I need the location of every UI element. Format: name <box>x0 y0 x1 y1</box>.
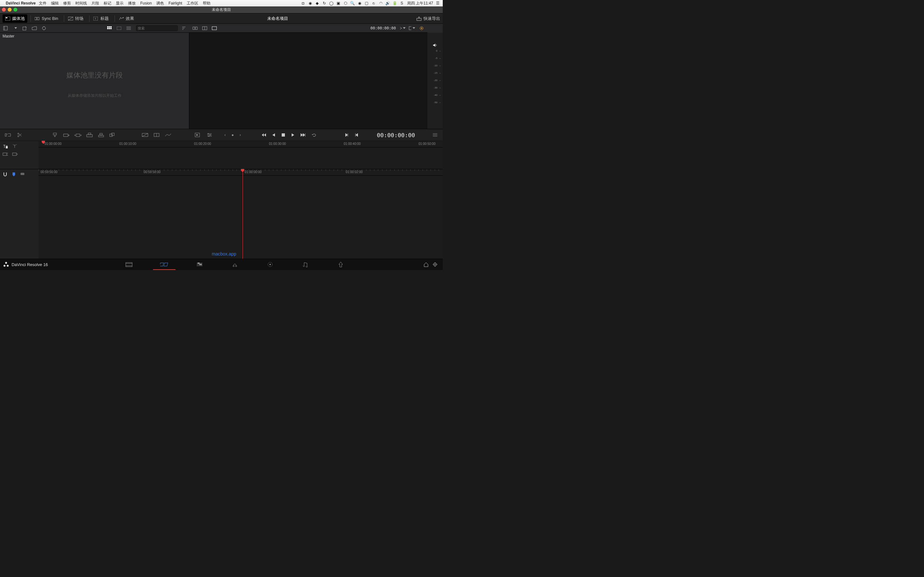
thumbnail-view-button[interactable] <box>106 25 113 31</box>
status-list-icon[interactable]: ☰ <box>435 1 440 6</box>
free-playhead-icon[interactable]: T <box>12 143 18 149</box>
prev-edit-icon[interactable] <box>355 133 359 137</box>
list-view-button[interactable] <box>125 25 132 31</box>
menubar-clock[interactable]: 周四 上午11:47 <box>407 1 433 6</box>
upper-playhead[interactable] <box>43 141 44 169</box>
speaker-icon[interactable] <box>433 43 438 47</box>
timeline-menu-icon[interactable] <box>432 132 438 138</box>
scissors-icon[interactable] <box>16 132 23 138</box>
page-fusion[interactable] <box>217 259 252 270</box>
loop-icon[interactable] <box>312 133 317 137</box>
status-bluetooth-icon[interactable]: ⎋ <box>371 1 376 6</box>
menu-playback[interactable]: 播放 <box>128 1 136 6</box>
menu-edit[interactable]: 编辑 <box>51 1 59 6</box>
menu-view[interactable]: 显示 <box>116 1 124 6</box>
page-deliver[interactable] <box>323 259 359 270</box>
smart-insert-icon[interactable]: z <box>5 132 11 138</box>
status-wifi-icon[interactable]: ◠ <box>378 1 383 6</box>
quick-export-button[interactable]: 快速导出 <box>417 16 440 21</box>
step-back-icon[interactable] <box>272 133 276 137</box>
guide-dropdown[interactable] <box>409 25 415 31</box>
go-start-icon[interactable] <box>261 133 266 137</box>
smooth-cut-icon[interactable] <box>165 132 172 138</box>
menu-help[interactable]: 帮助 <box>203 1 210 6</box>
lock-playhead-icon[interactable]: T <box>3 143 8 149</box>
lower-playhead[interactable] <box>242 169 243 259</box>
jog-right-icon[interactable]: › <box>240 133 241 137</box>
menu-color[interactable]: 调色 <box>156 1 164 6</box>
status-airplay-icon[interactable]: ▢ <box>364 1 369 6</box>
page-color[interactable] <box>252 259 288 270</box>
jog-left-icon[interactable]: ‹ <box>225 133 226 137</box>
tools-dropdown[interactable] <box>399 25 405 31</box>
menu-fusion[interactable]: Fusion <box>140 1 152 5</box>
video-only-icon[interactable] <box>3 152 8 156</box>
menu-timeline[interactable]: 时间线 <box>75 1 87 6</box>
timeline-options-icon[interactable] <box>206 132 213 138</box>
append-clip-icon[interactable] <box>63 132 70 138</box>
status-teamviewer-icon[interactable]: ◆ <box>315 1 320 6</box>
closeup-icon[interactable] <box>86 132 93 138</box>
page-cut[interactable] <box>147 259 182 270</box>
next-edit-icon[interactable] <box>345 133 349 137</box>
menu-mark[interactable]: 标记 <box>103 1 111 6</box>
ripple-overwrite-icon[interactable] <box>74 132 81 138</box>
status-circle-icon[interactable]: ◯ <box>329 1 334 6</box>
home-button[interactable] <box>422 262 431 267</box>
sync-button[interactable] <box>40 25 47 31</box>
jog-center-icon[interactable]: ● <box>232 133 234 137</box>
ws-media-pool-button[interactable]: 媒体池 <box>3 15 27 23</box>
lower-ruler[interactable]: 00:59:56:00 00:59:58:00 01:00:00:00 01:0… <box>39 169 443 176</box>
sort-button[interactable] <box>180 25 187 31</box>
aspect-button[interactable] <box>211 25 218 31</box>
page-fairlight[interactable] <box>288 259 323 270</box>
flag-icon[interactable] <box>20 172 25 177</box>
ws-effects-button[interactable]: 效果 <box>116 15 137 23</box>
status-volume-icon[interactable]: 🔊 <box>385 1 391 6</box>
settings-button[interactable] <box>431 262 439 267</box>
status-sync-icon[interactable]: ↻ <box>322 1 327 6</box>
transport-timecode[interactable]: 00:00:00:00 <box>377 132 415 139</box>
strip-view-button[interactable] <box>115 25 123 31</box>
place-on-top-icon[interactable] <box>97 132 105 138</box>
stop-icon[interactable] <box>281 133 285 137</box>
status-search-icon[interactable]: 🔍 <box>350 1 355 6</box>
app-name[interactable]: DaVinci Resolve <box>6 1 36 5</box>
maximize-button[interactable] <box>13 8 17 11</box>
go-end-icon[interactable] <box>300 133 306 137</box>
page-edit[interactable] <box>182 259 217 270</box>
menu-file[interactable]: 文件 <box>39 1 47 6</box>
cut-icon[interactable] <box>153 132 160 138</box>
upper-timeline-track[interactable]: 01:00:00:00 01:00:10:00 01:00:20:00 01:0… <box>39 141 443 169</box>
menu-clip[interactable]: 片段 <box>91 1 99 6</box>
menu-fairlight[interactable]: Fairlight <box>168 1 182 5</box>
ws-syncbin-button[interactable]: Sync Bin <box>32 15 61 22</box>
media-pool-empty[interactable]: 媒体池里没有片段 从媒体存储添加片段以开始工作 <box>0 40 189 129</box>
dissolve-icon[interactable] <box>142 132 149 138</box>
menu-trim[interactable]: 修剪 <box>63 1 71 6</box>
bin-name[interactable]: Master <box>0 33 189 40</box>
menu-workspace[interactable]: 工作区 <box>187 1 198 6</box>
status-compass-icon[interactable]: ◉ <box>308 1 313 6</box>
binlist-dropdown[interactable] <box>11 25 19 31</box>
source-overwrite-icon[interactable] <box>109 132 116 138</box>
snap-icon[interactable] <box>3 172 8 177</box>
status-shield-icon[interactable]: ◘ <box>300 1 306 6</box>
ws-titles-button[interactable]: T 标题 <box>91 15 111 23</box>
status-cube-icon[interactable]: ⬡ <box>343 1 348 6</box>
page-media[interactable] <box>111 259 147 270</box>
fast-review-icon[interactable] <box>194 132 202 138</box>
lower-timeline-track[interactable]: 00:59:56:00 00:59:58:00 01:00:00:00 01:0… <box>39 169 443 259</box>
marker-icon[interactable] <box>11 172 16 177</box>
viewer-canvas[interactable] <box>189 33 427 129</box>
binlist-button[interactable] <box>2 25 9 31</box>
import-media-button[interactable] <box>21 25 28 31</box>
status-display-icon[interactable]: ▣ <box>336 1 341 6</box>
play-icon[interactable] <box>291 133 295 137</box>
insert-clip-icon[interactable] <box>51 132 58 138</box>
minimize-button[interactable] <box>8 8 11 11</box>
audio-only-icon[interactable] <box>12 152 18 156</box>
bypass-button[interactable] <box>418 25 425 31</box>
status-input-icon[interactable]: S <box>399 1 405 6</box>
upper-ruler[interactable]: 01:00:00:00 01:00:10:00 01:00:20:00 01:0… <box>39 141 443 147</box>
